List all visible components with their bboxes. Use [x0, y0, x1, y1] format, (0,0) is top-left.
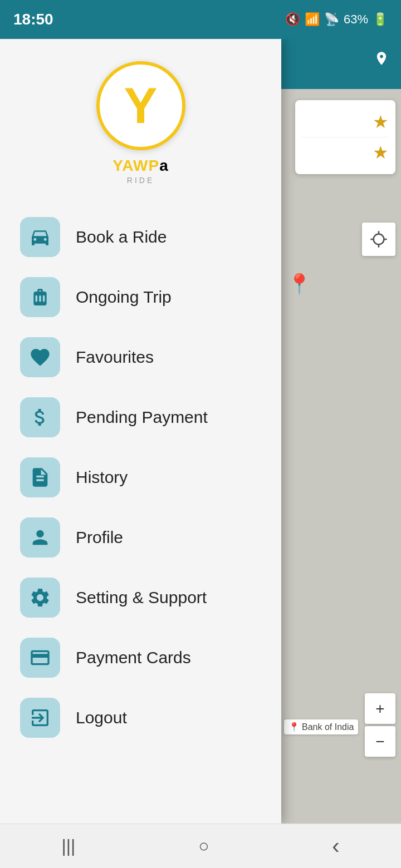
- logo-brand-name: YAWPa: [113, 157, 168, 175]
- status-icons: 🔇 📶 📡 63% 🔋: [285, 12, 388, 27]
- menu-item-profile[interactable]: Profile: [0, 507, 281, 568]
- payment-cards-icon-wrap: [20, 638, 60, 678]
- navigation-drawer: Y YAWPa RIDE Book a Ride Ongoing Trip: [0, 39, 281, 823]
- favorite-item-2[interactable]: ★: [302, 137, 389, 167]
- document-icon: [29, 466, 51, 489]
- history-label: History: [76, 468, 128, 487]
- status-time: 18:50: [13, 11, 53, 28]
- logout-label: Logout: [76, 708, 127, 727]
- menu-item-favourites[interactable]: Favourites: [0, 327, 281, 387]
- map-poi-pin: 📍: [287, 273, 312, 296]
- star-icon-2: ★: [373, 142, 389, 163]
- logo-circle: Y: [96, 61, 185, 150]
- card-icon: [29, 647, 51, 669]
- location-button[interactable]: [368, 45, 395, 72]
- menu-item-history[interactable]: History: [0, 447, 281, 507]
- logo-letter: Y: [124, 81, 157, 131]
- zoom-in-button[interactable]: +: [365, 693, 395, 724]
- setting-support-icon-wrap: [20, 578, 60, 618]
- battery-level: 63%: [344, 12, 368, 27]
- mute-icon: 🔇: [285, 12, 300, 27]
- luggage-icon: [29, 286, 51, 308]
- map-bank-label: 📍 Bank of India: [284, 719, 358, 734]
- menu-item-ongoing-trip[interactable]: Ongoing Trip: [0, 267, 281, 327]
- menu-item-pending-payment[interactable]: Pending Payment: [0, 387, 281, 447]
- ongoing-trip-icon-wrap: [20, 277, 60, 317]
- star-icon-1: ★: [373, 111, 389, 132]
- logo-subtext: RIDE: [127, 176, 154, 185]
- nav-menu-button[interactable]: |||: [61, 836, 75, 856]
- heart-icon: [29, 346, 51, 368]
- gear-icon: [29, 586, 51, 609]
- menu-item-setting-support[interactable]: Setting & Support: [0, 568, 281, 628]
- svg-point-0: [374, 234, 384, 245]
- signal-icon: 📡: [324, 12, 339, 27]
- favorite-item-1[interactable]: ★: [302, 107, 389, 137]
- pending-payment-label: Pending Payment: [76, 408, 208, 427]
- menu-list: Book a Ride Ongoing Trip Favourites: [0, 201, 281, 753]
- favourites-icon-wrap: [20, 337, 60, 377]
- pending-payment-icon-wrap: [20, 397, 60, 437]
- ongoing-trip-label: Ongoing Trip: [76, 288, 172, 307]
- menu-item-payment-cards[interactable]: Payment Cards: [0, 628, 281, 688]
- logo-section: Y YAWPa RIDE: [0, 39, 281, 201]
- bank-pin-icon: 📍: [288, 722, 300, 732]
- map-zoom-controls: + −: [365, 693, 395, 757]
- profile-label: Profile: [76, 528, 123, 547]
- status-bar: 18:50 🔇 📶 📡 63% 🔋: [0, 0, 401, 39]
- map-favorites-panel: ★ ★: [295, 100, 395, 174]
- car-icon: [29, 226, 51, 248]
- nav-home-button[interactable]: ○: [198, 836, 209, 856]
- menu-item-logout[interactable]: Logout: [0, 688, 281, 748]
- favourites-label: Favourites: [76, 348, 154, 367]
- nav-back-button[interactable]: ‹: [332, 834, 339, 859]
- logout-icon: [29, 707, 51, 729]
- payment-cards-label: Payment Cards: [76, 648, 191, 667]
- person-icon: [29, 526, 51, 549]
- dollar-icon: [29, 406, 51, 428]
- book-a-ride-label: Book a Ride: [76, 228, 167, 246]
- crosshair-button[interactable]: [362, 223, 395, 256]
- menu-item-book-a-ride[interactable]: Book a Ride: [0, 207, 281, 267]
- setting-support-label: Setting & Support: [76, 588, 207, 607]
- nav-bar: ||| ○ ‹: [0, 823, 401, 868]
- map-background: ★ ★ 📍 + − 📍 Bank of India: [281, 39, 401, 823]
- book-a-ride-icon-wrap: [20, 217, 60, 257]
- wifi-icon: 📶: [305, 12, 320, 27]
- profile-icon-wrap: [20, 517, 60, 558]
- logo-a: a: [159, 157, 169, 174]
- history-icon-wrap: [20, 457, 60, 497]
- logout-icon-wrap: [20, 698, 60, 738]
- zoom-out-button[interactable]: −: [365, 726, 395, 757]
- battery-icon: 🔋: [373, 12, 388, 27]
- logo-yawp: YAWP: [113, 157, 159, 174]
